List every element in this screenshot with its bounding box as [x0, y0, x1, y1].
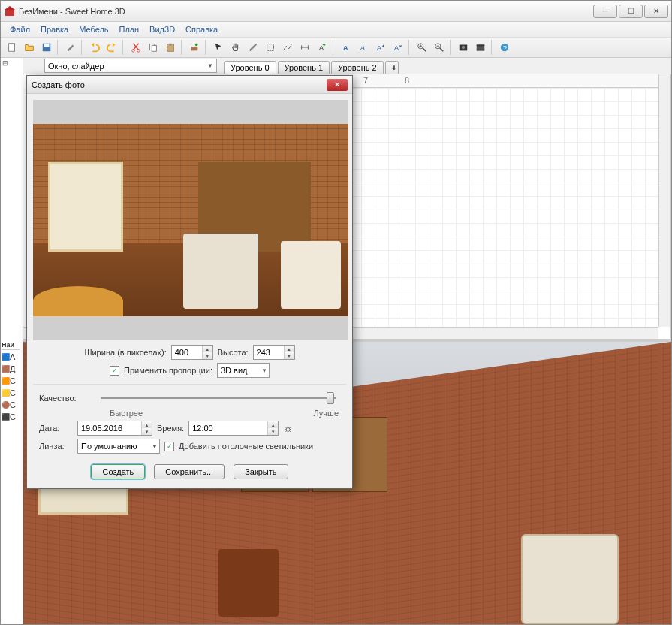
- chair2-3d: [521, 504, 641, 624]
- ceiling-lights-label: Добавить потолочные светильники: [179, 442, 313, 451]
- list-item[interactable]: 🟫 Д: [2, 364, 20, 374]
- chevron-down-icon: ▼: [207, 62, 213, 69]
- svg-rect-0: [5, 10, 14, 16]
- copy-button[interactable]: [145, 39, 161, 56]
- pan-tool[interactable]: [228, 39, 244, 56]
- maximize-button[interactable]: ☐: [619, 5, 643, 18]
- titlebar: БезИмени - Sweet Home 3D ─ ☐ ✕: [1, 1, 671, 22]
- video-button[interactable]: [472, 39, 489, 56]
- cut-button[interactable]: [128, 39, 144, 56]
- lens-label: Линза:: [39, 442, 73, 451]
- furniture-list: Наи 🟦 А 🟫 Д 🟧 С 🟨 С 🟤 С ⬛ С: [2, 340, 20, 422]
- lens-select[interactable]: По умолчанию ▼: [77, 439, 160, 454]
- prefs-button[interactable]: [62, 39, 79, 56]
- undo-button[interactable]: [86, 39, 103, 56]
- select-tool[interactable]: [210, 39, 227, 56]
- quality-slider[interactable]: [101, 391, 336, 406]
- save-button[interactable]: [38, 39, 55, 56]
- svg-rect-10: [169, 44, 172, 46]
- create-photo-dialog: Создать фото ✕ Ширина (в пикселах): 400 …: [26, 75, 353, 489]
- dialog-close-button[interactable]: ✕: [327, 79, 348, 91]
- text-tool[interactable]: A: [314, 39, 330, 56]
- furniture-combo[interactable]: Окно, слайдер ▼: [44, 59, 217, 73]
- date-input[interactable]: 19.05.2016 ▲▼: [77, 421, 152, 436]
- paste-button[interactable]: [162, 39, 179, 56]
- wall-tool[interactable]: [245, 39, 261, 56]
- tab-level-2[interactable]: Уровень 2: [331, 61, 384, 74]
- svg-text:A: A: [377, 44, 382, 52]
- svg-marker-1: [5, 6, 15, 10]
- ceiling-lights-checkbox[interactable]: ✓: [164, 442, 174, 451]
- add-furniture-button[interactable]: [186, 39, 203, 56]
- window-title: БезИмени - Sweet Home 3D: [19, 7, 592, 16]
- dialog-body: Ширина (в пикселах): 400 ▲▼ Высота: 243 …: [27, 94, 352, 488]
- svg-rect-4: [44, 44, 50, 47]
- proportions-checkbox[interactable]: ✓: [110, 366, 119, 376]
- zoom-in-button[interactable]: [414, 39, 430, 56]
- app-icon: [4, 5, 16, 17]
- close-dialog-button[interactable]: Закрыть: [234, 464, 288, 479]
- list-header: Наи: [2, 340, 20, 350]
- tab-level-1[interactable]: Уровень 1: [278, 61, 330, 74]
- time-label: Время:: [157, 424, 184, 433]
- text-bold-button[interactable]: A: [338, 39, 354, 56]
- create-button[interactable]: Создать: [91, 464, 145, 479]
- dialog-titlebar: Создать фото ✕: [27, 76, 352, 94]
- svg-text:A: A: [343, 44, 348, 52]
- menu-plan[interactable]: План: [115, 23, 144, 35]
- svg-rect-11: [191, 47, 198, 50]
- help-button[interactable]: ?: [496, 39, 513, 56]
- height-input[interactable]: 243 ▲▼: [253, 345, 295, 360]
- dimension-tool[interactable]: [297, 39, 313, 56]
- save-button[interactable]: Сохранить...: [154, 464, 225, 479]
- menu-edit[interactable]: Правка: [36, 23, 73, 35]
- svg-rect-23: [477, 45, 485, 47]
- chevron-down-icon: ▼: [152, 443, 158, 450]
- list-item[interactable]: 🟧 С: [2, 376, 20, 386]
- menu-furniture[interactable]: Мебель: [74, 23, 113, 35]
- close-button[interactable]: ✕: [644, 5, 668, 18]
- proportions-label: Применить пропорции:: [124, 366, 212, 375]
- height-label: Высота:: [218, 348, 249, 357]
- open-button[interactable]: [21, 39, 38, 56]
- photo-preview: [33, 100, 348, 340]
- list-item[interactable]: ⬛ С: [2, 412, 20, 422]
- list-item[interactable]: 🟨 С: [2, 388, 20, 398]
- svg-text:A: A: [360, 44, 365, 52]
- chevron-down-icon: ▼: [261, 367, 267, 374]
- room-tool[interactable]: [262, 39, 279, 56]
- width-input[interactable]: 400 ▲▼: [171, 345, 213, 360]
- tab-level-0[interactable]: Уровень 0: [224, 61, 276, 74]
- spin-up-icon: ▲: [203, 346, 212, 352]
- svg-text:A: A: [394, 44, 399, 52]
- spin-down-icon: ▼: [203, 352, 212, 359]
- new-button[interactable]: [4, 39, 20, 56]
- time-input[interactable]: 12:00 ▲▼: [188, 421, 279, 436]
- list-item[interactable]: 🟤 С: [2, 400, 20, 410]
- menu-help[interactable]: Справка: [181, 23, 222, 35]
- text-size-down-button[interactable]: A: [390, 39, 406, 56]
- svg-rect-2: [9, 44, 15, 52]
- dialog-title: Создать фото: [32, 80, 85, 89]
- menu-file[interactable]: Файл: [5, 23, 35, 35]
- quality-faster-label: Быстрее: [110, 409, 143, 418]
- menu-view3d[interactable]: Вид3D: [145, 23, 179, 35]
- quality-better-label: Лучше: [313, 409, 339, 418]
- text-italic-button[interactable]: A: [355, 39, 372, 56]
- add-level-button[interactable]: +: [385, 61, 399, 74]
- sun-icon[interactable]: ☼: [283, 422, 293, 434]
- list-item[interactable]: 🟦 А: [2, 352, 20, 362]
- redo-button[interactable]: [104, 39, 120, 56]
- quality-label: Качество:: [39, 394, 92, 403]
- text-size-up-button[interactable]: A: [372, 39, 389, 56]
- plan-scrollbar-v[interactable]: [658, 74, 670, 327]
- zoom-out-button[interactable]: [431, 39, 447, 56]
- svg-rect-24: [477, 50, 485, 51]
- proportions-select[interactable]: 3D вид ▼: [217, 363, 270, 378]
- polyline-tool[interactable]: [279, 39, 296, 56]
- photo-button[interactable]: [455, 39, 472, 56]
- combo-value: Окно, слайдер: [48, 62, 104, 71]
- date-label: Дата:: [39, 424, 73, 433]
- minimize-button[interactable]: ─: [593, 5, 617, 18]
- width-label: Ширина (в пикселах):: [84, 348, 166, 357]
